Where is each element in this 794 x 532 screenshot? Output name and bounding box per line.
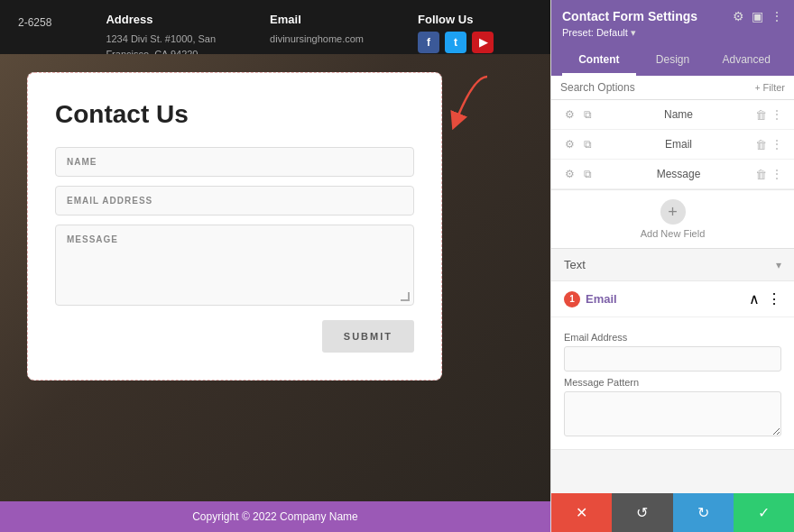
address-line1: 1234 Divi St. #1000, San — [106, 33, 216, 44]
field-gear-icon[interactable]: ⚙ — [562, 107, 577, 122]
name-label: NAME — [67, 157, 402, 167]
filter-icon: + — [755, 83, 761, 93]
settings-gear-icon[interactable]: ⚙ — [733, 9, 744, 23]
email-section: 1 Email ∧ ⋮ Email Address Message Patter… — [551, 281, 794, 450]
email-address-label: Email Address — [564, 332, 781, 343]
redo-icon: ↻ — [697, 504, 709, 521]
email-header-icons: ∧ ⋮ — [749, 290, 781, 307]
email-more-icon[interactable]: ⋮ — [767, 290, 781, 307]
name-field[interactable]: NAME — [55, 147, 414, 177]
email-section-title: Email — [586, 292, 617, 306]
contact-form-title: Contact Us — [55, 100, 414, 129]
follow-title: Follow Us — [418, 13, 494, 26]
field-msg-more-icon[interactable]: ⋮ — [771, 167, 783, 181]
field-email-left-icons: ⚙ ⧉ — [562, 137, 595, 151]
panel-title: Contact Form Settings — [562, 9, 697, 23]
add-field-label: Add New Field — [641, 228, 706, 239]
panel-tabs: Content Design Advanced — [562, 46, 783, 76]
twitter-icon[interactable]: t — [445, 32, 466, 53]
email-value: divinursinghome.com — [270, 32, 364, 47]
panel-toolbar: ✕ ↺ ↻ ✓ — [551, 493, 794, 532]
add-field-button[interactable]: + — [660, 199, 686, 225]
email-content: Email Address Message Pattern — [551, 317, 794, 449]
save-button[interactable]: ✓ — [734, 493, 794, 532]
field-msg-right-icons: 🗑 ⋮ — [755, 167, 783, 181]
address-title: Address — [106, 13, 216, 26]
field-item-message: ⚙ ⧉ Message 🗑 ⋮ — [551, 160, 794, 189]
field-left-icons: ⚙ ⧉ — [562, 107, 595, 122]
field-delete-icon[interactable]: 🗑 — [755, 108, 767, 122]
email-collapse-icon[interactable]: ∧ — [749, 290, 760, 307]
tab-advanced[interactable]: Advanced — [709, 46, 783, 76]
filter-label: Filter — [763, 82, 785, 93]
field-msg-copy-icon[interactable]: ⧉ — [580, 167, 595, 181]
submit-button[interactable]: SUBMIT — [322, 320, 414, 353]
more-options-icon[interactable]: ⋮ — [771, 9, 783, 23]
site-footer: Copyright © 2022 Company Name — [0, 501, 550, 532]
preview-area: 2-6258 Address 1234 Divi St. #1000, San … — [0, 0, 550, 532]
text-chevron-icon: ▾ — [776, 259, 781, 271]
email-address-input[interactable] — [564, 346, 781, 371]
footer-text: Copyright © 2022 Company Name — [192, 510, 358, 523]
email-field[interactable]: EMAIL ADDRESS — [55, 186, 414, 216]
background-photo: Contact Us NAME EMAIL ADDRESS MESSAGE SU… — [0, 54, 550, 532]
contact-form-card: Contact Us NAME EMAIL ADDRESS MESSAGE SU… — [27, 72, 442, 381]
text-section-label: Text — [564, 258, 586, 271]
add-new-field[interactable]: + Add New Field — [551, 190, 794, 249]
email-label: EMAIL ADDRESS — [67, 196, 402, 206]
field-email-copy-icon[interactable]: ⧉ — [580, 137, 595, 151]
layout-icon[interactable]: ▣ — [752, 9, 763, 23]
follow-col: Follow Us f t ▶ — [418, 13, 494, 53]
filter-button[interactable]: + Filter — [755, 82, 785, 93]
email-col: Email divinursinghome.com — [270, 13, 364, 47]
message-pattern-label: Message Pattern — [564, 377, 781, 388]
panel-header-icons: ⚙ ▣ ⋮ — [733, 9, 783, 23]
tab-design[interactable]: Design — [636, 46, 710, 76]
redo-button[interactable]: ↻ — [673, 493, 734, 532]
field-item-email: ⚙ ⧉ Email 🗑 ⋮ — [551, 130, 794, 160]
field-more-icon[interactable]: ⋮ — [771, 107, 783, 122]
reset-button[interactable]: ↺ — [612, 493, 672, 532]
settings-panel: Contact Form Settings ⚙ ▣ ⋮ Preset: Defa… — [550, 0, 794, 532]
facebook-icon[interactable]: f — [418, 32, 439, 53]
text-section-header[interactable]: Text ▾ — [551, 249, 794, 281]
message-field[interactable]: MESSAGE — [55, 225, 414, 306]
field-list: ⚙ ⧉ Name 🗑 ⋮ ⚙ ⧉ Email 🗑 ⋮ ⚙ ⧉ — [551, 100, 794, 190]
field-copy-icon[interactable]: ⧉ — [580, 107, 595, 122]
field-email-right-icons: 🗑 ⋮ — [755, 137, 783, 151]
email-badge: 1 — [564, 291, 580, 307]
search-bar: + Filter — [551, 76, 794, 100]
panel-header: Contact Form Settings ⚙ ▣ ⋮ Preset: Defa… — [551, 0, 794, 76]
email-label-row: 1 Email — [564, 291, 617, 307]
message-pattern-textarea[interactable] — [564, 391, 781, 436]
field-email-gear-icon[interactable]: ⚙ — [562, 137, 577, 151]
field-right-icons: 🗑 ⋮ — [755, 107, 783, 122]
tab-content[interactable]: Content — [562, 46, 636, 76]
save-icon: ✓ — [758, 504, 770, 521]
cancel-button[interactable]: ✕ — [551, 493, 612, 532]
field-message-label: Message — [602, 168, 755, 180]
phone-number: 2-6258 — [18, 13, 51, 29]
email-section-header: 1 Email ∧ ⋮ — [551, 281, 794, 317]
field-email-label: Email — [602, 138, 755, 151]
reset-icon: ↺ — [636, 504, 648, 521]
social-icons: f t ▶ — [418, 32, 494, 53]
field-item-name: ⚙ ⧉ Name 🗑 ⋮ — [551, 100, 794, 130]
panel-title-row: Contact Form Settings ⚙ ▣ ⋮ — [562, 9, 783, 23]
field-msg-gear-icon[interactable]: ⚙ — [562, 167, 577, 181]
field-msg-delete-icon[interactable]: 🗑 — [755, 168, 767, 181]
message-label: MESSAGE — [67, 234, 402, 244]
preset-label: Preset: Default — [562, 27, 628, 38]
search-input[interactable] — [560, 81, 755, 94]
cancel-icon: ✕ — [576, 504, 587, 521]
email-title: Email — [270, 13, 364, 26]
field-msg-left-icons: ⚙ ⧉ — [562, 167, 595, 181]
panel-preset[interactable]: Preset: Default ▾ — [562, 27, 783, 39]
youtube-icon[interactable]: ▶ — [472, 32, 494, 53]
field-email-delete-icon[interactable]: 🗑 — [755, 138, 767, 151]
field-email-more-icon[interactable]: ⋮ — [771, 137, 783, 151]
resize-handle — [401, 292, 410, 301]
field-name-label: Name — [602, 108, 755, 121]
